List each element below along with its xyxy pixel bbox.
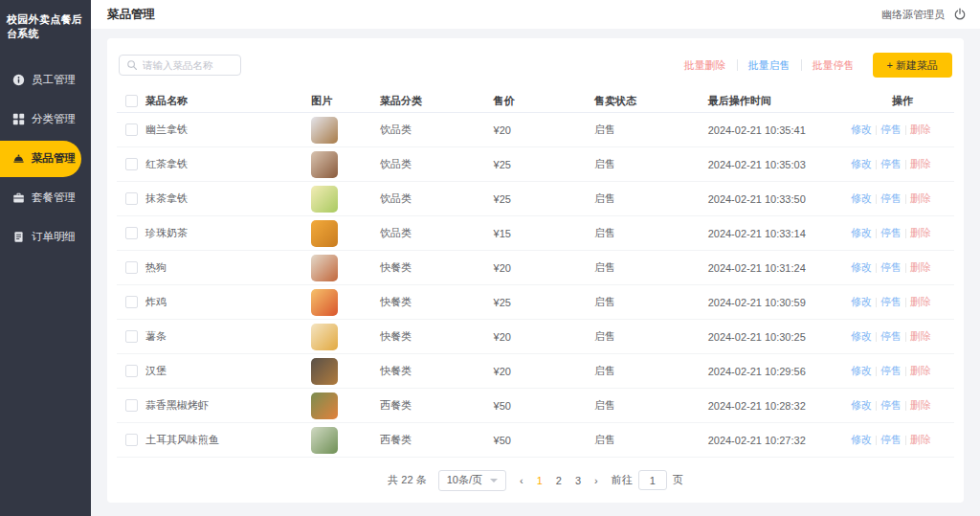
dishes-table: 菜品名称 图片 菜品分类 售价 售卖状态 最后操作时间 操作 幽兰拿铁 饮品类 … [117, 90, 954, 458]
row-checkbox[interactable] [125, 434, 138, 446]
row-checkbox[interactable] [125, 192, 138, 205]
sidebar-item-orders[interactable]: 订单明细 [0, 219, 91, 256]
delete-link[interactable]: 删除 [910, 433, 931, 447]
stop-link[interactable]: 停售 [880, 123, 902, 137]
stop-link[interactable]: 停售 [880, 295, 902, 309]
dish-status: 启售 [594, 329, 708, 344]
delete-link[interactable]: 删除 [910, 226, 931, 240]
table-row: 土耳其风味煎鱼 西餐类 ¥50 启售 2024-02-21 10:27:32 修… [117, 423, 954, 458]
next-page-button[interactable]: › [592, 475, 600, 486]
stop-link[interactable]: 停售 [880, 191, 902, 206]
row-checkbox[interactable] [125, 158, 138, 170]
dish-name: 汉堡 [145, 364, 311, 378]
edit-link[interactable]: 修改 [851, 123, 872, 137]
stop-link[interactable]: 停售 [880, 329, 902, 344]
sidebar-item-label: 员工管理 [32, 73, 76, 87]
dish-status: 启售 [594, 226, 708, 240]
row-checkbox[interactable] [125, 365, 138, 377]
briefcase-icon [12, 191, 25, 204]
stop-link[interactable]: 停售 [880, 433, 902, 447]
delete-link[interactable]: 删除 [910, 123, 931, 137]
dish-time: 2024-02-21 10:35:03 [708, 159, 851, 170]
edit-link[interactable]: 修改 [851, 191, 872, 206]
stop-link[interactable]: 停售 [880, 226, 902, 240]
batch-disable-button[interactable]: 批量停售 [813, 58, 855, 73]
edit-link[interactable]: 修改 [851, 295, 872, 309]
search-input[interactable] [143, 59, 234, 71]
page-number-3[interactable]: 3 [575, 475, 581, 486]
sidebar-item-label: 套餐管理 [32, 191, 76, 205]
dish-time: 2024-02-21 10:33:50 [708, 193, 851, 205]
dish-cloche-icon [12, 152, 25, 165]
dish-category: 快餐类 [380, 364, 494, 378]
table-row: 薯条 快餐类 ¥20 启售 2024-02-21 10:30:25 修改 停售 … [117, 320, 954, 354]
dish-category: 快餐类 [380, 260, 494, 275]
sidebar-item-combos[interactable]: 套餐管理 [0, 180, 91, 216]
dish-status: 启售 [594, 123, 708, 137]
total-count: 共 22 条 [388, 473, 426, 487]
page-number-1[interactable]: 1 [537, 475, 543, 486]
dish-price: ¥20 [494, 262, 594, 274]
dish-price: ¥25 [494, 193, 594, 205]
edit-link[interactable]: 修改 [851, 329, 872, 344]
dish-name: 红茶拿铁 [145, 157, 311, 171]
row-checkbox[interactable] [125, 296, 138, 308]
delete-link[interactable]: 删除 [910, 157, 931, 171]
sidebar-item-dishes[interactable]: 菜品管理 [0, 141, 81, 177]
row-checkbox[interactable] [125, 123, 138, 136]
row-checkbox[interactable] [125, 261, 138, 274]
divider [801, 59, 802, 71]
delete-link[interactable]: 删除 [910, 260, 931, 275]
dish-status: 启售 [594, 364, 708, 378]
edit-link[interactable]: 修改 [851, 398, 872, 413]
prev-page-button[interactable]: ‹ [518, 475, 525, 486]
dish-price: ¥20 [494, 331, 594, 343]
delete-link[interactable]: 删除 [910, 364, 931, 378]
edit-link[interactable]: 修改 [851, 260, 872, 275]
dish-time: 2024-02-21 10:29:56 [708, 366, 851, 377]
edit-link[interactable]: 修改 [851, 433, 872, 447]
divider [876, 367, 877, 376]
column-header-time: 最后操作时间 [708, 94, 851, 108]
pagination: 共 22 条 10条/页 ‹ 123 › 前往 页 [117, 458, 954, 503]
dish-thumb [311, 151, 338, 178]
row-checkbox[interactable] [125, 330, 138, 343]
delete-link[interactable]: 删除 [910, 329, 931, 344]
page-title: 菜品管理 [107, 7, 155, 23]
sidebar-item-category[interactable]: 分类管理 [0, 101, 91, 138]
goto-page-input[interactable] [638, 470, 667, 490]
row-checkbox[interactable] [125, 399, 138, 412]
dish-status: 启售 [594, 260, 708, 275]
stop-link[interactable]: 停售 [880, 364, 902, 378]
dish-thumb [311, 289, 338, 316]
divider [905, 332, 906, 342]
row-checkbox[interactable] [125, 227, 138, 239]
column-header-price: 售价 [494, 94, 594, 108]
dish-thumb [311, 324, 338, 350]
sidebar-item-employee[interactable]: 员工管理 [0, 62, 91, 99]
dish-name: 珍珠奶茶 [145, 226, 311, 240]
edit-link[interactable]: 修改 [851, 364, 872, 378]
dish-price: ¥15 [494, 228, 594, 239]
user-area: 幽络源管理员 [881, 8, 967, 22]
select-all-checkbox[interactable] [125, 95, 138, 107]
delete-link[interactable]: 删除 [910, 295, 931, 309]
stop-link[interactable]: 停售 [880, 398, 902, 413]
dish-category: 快餐类 [380, 329, 494, 344]
info-circle-icon [12, 74, 25, 86]
edit-link[interactable]: 修改 [851, 226, 872, 240]
dish-category: 饮品类 [380, 226, 494, 240]
edit-link[interactable]: 修改 [851, 157, 872, 171]
page-number-2[interactable]: 2 [556, 475, 562, 486]
divider [876, 401, 877, 411]
batch-delete-button[interactable]: 批量删除 [684, 58, 726, 73]
delete-link[interactable]: 删除 [910, 191, 931, 206]
new-dish-button[interactable]: + 新建菜品 [873, 53, 952, 78]
page-size-select[interactable]: 10条/页 [438, 470, 506, 491]
dish-price: ¥25 [494, 159, 594, 170]
delete-link[interactable]: 删除 [910, 398, 931, 413]
batch-enable-button[interactable]: 批量启售 [748, 58, 791, 73]
stop-link[interactable]: 停售 [880, 157, 902, 171]
logout-power-icon[interactable] [953, 8, 967, 21]
stop-link[interactable]: 停售 [880, 260, 902, 275]
